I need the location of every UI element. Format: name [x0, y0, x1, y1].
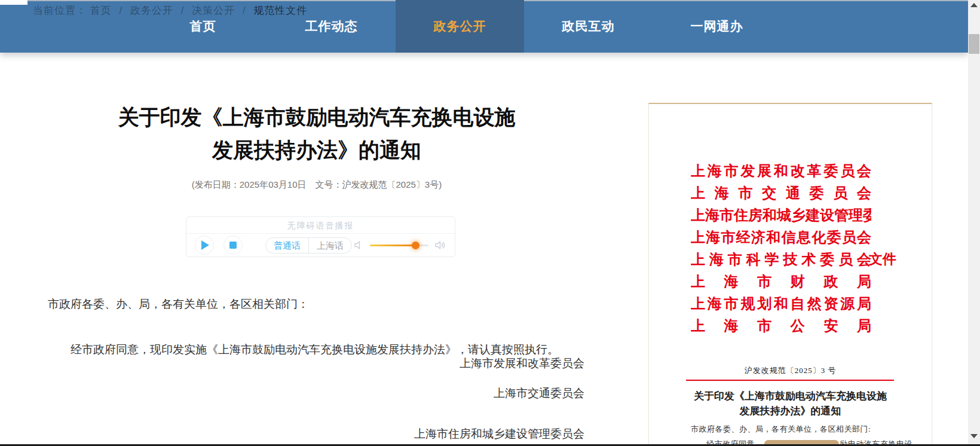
scrollbar-up-arrow[interactable]	[968, 0, 980, 10]
speaker-waves-icon[interactable]	[434, 240, 446, 251]
signature-housing: 上海市住房和城乡建设管理委员会	[0, 428, 584, 440]
play-icon	[201, 240, 209, 250]
scrollbar-down-arrow[interactable]	[968, 431, 980, 441]
volume-slider[interactable]	[370, 245, 428, 246]
player-controls: 普通话 上海话	[186, 234, 455, 256]
page-title-line2: 发展扶持办法》的通知	[0, 133, 633, 166]
document-title-line1: 关于印发《上海市鼓励电动汽车充换电设施	[649, 389, 932, 404]
tab-one-stop[interactable]: 一网通办	[653, 0, 781, 53]
language-option-mandarin[interactable]: 普通话	[266, 238, 308, 253]
breadcrumb-home[interactable]: 首页	[90, 5, 112, 16]
volume-control	[353, 240, 446, 251]
language-option-shanghainese[interactable]: 上海话	[308, 238, 351, 253]
document-title: 关于印发《上海市鼓励电动汽车充换电设施 发展扶持办法》的通知	[649, 389, 932, 418]
official-document-image: 上海市发展和改革委员会 上海市交通委员会 上海市住房和城乡建设管理委员会 上海市…	[648, 103, 932, 446]
tab-home[interactable]: 首页	[139, 0, 267, 53]
tab-interaction[interactable]: 政民互动	[524, 0, 653, 53]
document-body-line1: 市政府各委、办、局，各有关单位，各区相关部门:	[691, 424, 906, 435]
scrollbar[interactable]	[968, 0, 980, 446]
browser-corner-notch	[0, 0, 27, 5]
agency-line: 上海市财政局	[691, 271, 871, 293]
document-wenjian-label: 文件	[869, 250, 896, 268]
speaker-muted-icon[interactable]	[353, 240, 364, 251]
voice-broadcast-player: 无障碍语音播报 普通话 上海话	[186, 216, 455, 257]
page: 当前位置： 首页 / 政务公开 / 决策公开 / 规范性文件 首页 工作动态 政…	[0, 0, 980, 446]
agency-line: 上海市公安局	[691, 315, 871, 337]
stop-icon	[229, 242, 237, 249]
stop-button[interactable]	[223, 236, 243, 255]
language-toggle: 普通话 上海话	[265, 237, 352, 253]
down-arrow-icon	[970, 434, 978, 438]
signature-transport: 上海市交通委员会	[0, 387, 584, 399]
volume-fill	[370, 245, 415, 246]
tab-gov-info[interactable]: 政务公开	[396, 0, 524, 53]
agency-line: 上海市住房和城乡建设管理委员会	[691, 204, 871, 227]
article-paragraph-main: 经市政府同意，现印发实施《上海市鼓励电动汽车充换电设施发展扶持办法》，请认真按照…	[48, 342, 586, 358]
nav-tabs: 首页 工作动态 政务公开 政民互动 一网通办	[139, 0, 781, 53]
agency-line: 上海市规划和自然资源局	[691, 293, 871, 315]
publish-meta: (发布日期：2025年03月10日 文号：沪发改规范〔2025〕3号)	[0, 179, 633, 191]
play-button[interactable]	[195, 236, 214, 255]
signature-block: 上海市发展和改革委员会 上海市交通委员会 上海市住房和城乡建设管理委员会	[0, 358, 584, 446]
article-paragraph-salutation: 市政府各委、办、局，各有关单位，各区相关部门：	[48, 297, 586, 312]
up-arrow-icon	[970, 3, 978, 7]
scrollbar-thumb[interactable]	[969, 34, 979, 54]
document-number: 沪发改规范〔2025〕3 号	[649, 365, 932, 376]
article-column: 关于印发《上海市鼓励电动汽车充换电设施 发展扶持办法》的通知 (发布日期：202…	[0, 53, 633, 446]
tab-work-news[interactable]: 工作动态	[267, 0, 396, 53]
signature-ndrc: 上海市发展和改革委员会	[0, 358, 584, 369]
breadcrumb-label: 当前位置：	[33, 5, 87, 16]
article-body: 市政府各委、办、局，各有关单位，各区相关部门： 经市政府同意，现印发实施《上海市…	[48, 297, 586, 358]
page-title: 关于印发《上海市鼓励电动汽车充换电设施 发展扶持办法》的通知	[0, 100, 633, 166]
page-title-line1: 关于印发《上海市鼓励电动汽车充换电设施	[0, 100, 633, 133]
agency-line: 上海市发展和改革委员会	[691, 160, 871, 182]
agency-line: 上海市交通委员会	[691, 182, 871, 204]
breadcrumb-separator: /	[119, 5, 122, 16]
document-red-divider	[686, 380, 894, 381]
document-title-line2: 发展扶持办法》的通知	[649, 404, 932, 418]
player-title: 无障碍语音播报	[186, 217, 455, 234]
document-agency-list: 上海市发展和改革委员会 上海市交通委员会 上海市住房和城乡建设管理委员会 上海市…	[691, 160, 871, 337]
agency-line: 上海市科学技术委员会	[691, 249, 871, 271]
volume-thumb[interactable]	[412, 242, 419, 249]
agency-line: 上海市经济和信息化委员会	[691, 227, 871, 249]
